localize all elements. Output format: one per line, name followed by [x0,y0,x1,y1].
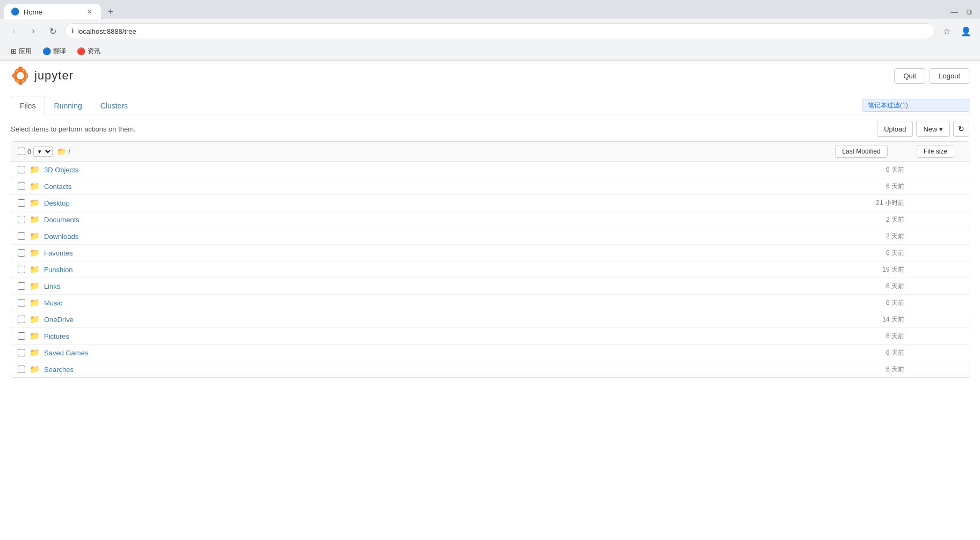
folder-icon: 📁 [30,198,40,208]
folder-icon: 📁 [30,265,40,274]
folder-icon: 📁 [30,181,40,191]
tab-close-button[interactable]: ✕ [85,7,95,17]
active-tab[interactable]: 🔵 Home ✕ [4,4,101,19]
action-row: Select items to perform actions on them.… [11,121,969,137]
file-modified: 6 天前 [818,365,904,374]
file-checkbox-5[interactable] [18,249,25,257]
header-dropdown[interactable]: ▾ [33,146,53,157]
file-modified: 14 天前 [818,315,904,324]
col-last-modified-header: Last Modified [818,145,904,158]
minimize-button[interactable]: — [948,5,961,18]
bookmarks-bar: ⊞ 应用 🔵 翻译 🔴 资讯 [0,43,980,60]
file-modified: 6 天前 [818,249,904,258]
file-modified: 6 天前 [818,298,904,308]
file-modified: 6 天前 [818,182,904,191]
address-bar: ‹ › ↻ ℹ localhost:8888/tree ☆ 👤 [0,19,980,43]
file-modified: 21 小时前 [818,199,904,208]
forward-button[interactable]: › [26,24,41,39]
folder-icon: 📁 [30,215,40,224]
file-checkbox-4[interactable] [18,232,25,240]
breadcrumb-folder-icon: 📁 [57,147,66,156]
new-button[interactable]: New ▾ [916,121,950,137]
folder-icon: 📁 [30,248,40,258]
new-tab-button[interactable]: + [103,4,118,19]
file-checkbox-6[interactable] [18,266,25,273]
file-name-link[interactable]: Favorites [44,249,814,257]
bookmark-translate[interactable]: 🔵 翻译 [38,45,70,58]
logout-button[interactable]: Logout [930,68,969,84]
file-modified: 6 天前 [818,282,904,291]
file-modified: 19 天前 [818,265,904,274]
file-name-link[interactable]: Documents [44,216,814,224]
file-name-link[interactable]: OneDrive [44,316,814,324]
file-modified: 6 天前 [818,348,904,357]
back-button[interactable]: ‹ [6,24,21,39]
refresh-button[interactable]: ↻ [953,121,969,137]
bookmark-news[interactable]: 🔴 资讯 [72,45,105,58]
file-name-link[interactable]: Links [44,282,814,290]
file-checkbox-9[interactable] [18,316,25,323]
file-name-link[interactable]: Pictures [44,332,814,340]
folder-icon: 📁 [30,281,40,291]
file-checkbox-11[interactable] [18,349,25,356]
restore-button[interactable]: ⧉ [963,5,976,18]
file-name-link[interactable]: Downloads [44,232,814,240]
translate-icon: 🔵 [42,47,51,55]
file-name-link[interactable]: Searches [44,366,814,374]
select-text: Select items to perform actions on them. [11,125,136,133]
file-name-link[interactable]: 3D Objects [44,166,814,174]
url-bar[interactable]: ℹ localhost:8888/tree [64,23,935,39]
folder-icon: 📁 [30,315,40,324]
profile-button[interactable]: 👤 [959,24,974,39]
file-name-link[interactable]: Music [44,299,814,307]
tab-favicon: 🔵 [11,8,19,16]
bookmark-apps[interactable]: ⊞ 应用 [6,45,36,58]
file-name-link[interactable]: Funshion [44,266,814,274]
table-row: 📁 OneDrive 14 天前 [11,311,969,328]
tab-running[interactable]: Running [45,97,91,114]
jupyter-logo-text: jupyter [34,69,74,83]
breadcrumb-path[interactable]: / [68,148,70,156]
table-row: 📁 Documents 2 天前 [11,211,969,228]
file-checkbox-3[interactable] [18,216,25,223]
file-name-link[interactable]: Saved Games [44,349,814,357]
tab-clusters[interactable]: Clusters [91,97,137,114]
file-rows-container: 📁 3D Objects 6 天前 📁 Contacts 6 天前 📁 Desk… [11,162,969,377]
sort-last-modified-button[interactable]: Last Modified [835,145,887,158]
file-checkbox-10[interactable] [18,332,25,340]
file-checkbox-8[interactable] [18,299,25,307]
file-checkbox-0[interactable] [18,166,25,173]
refresh-icon: ↻ [958,125,964,133]
folder-icon: 📁 [30,348,40,357]
table-row: 📁 Downloads 2 天前 [11,228,969,245]
sort-filesize-button[interactable]: File size [917,145,954,158]
file-modified: 2 天前 [818,232,904,241]
jupyter-logo: jupyter [11,66,74,85]
tab-files[interactable]: Files [11,97,45,114]
file-checkbox-7[interactable] [18,282,25,290]
reload-button[interactable]: ↻ [45,24,60,39]
tab-title: Home [24,8,42,16]
url-text: localhost:8888/tree [77,27,928,35]
jupyter-header-actions: Quit Logout [894,68,969,84]
browser-chrome: 🔵 Home ✕ + — ⧉ ‹ › ↻ ℹ localhost:8888/tr… [0,0,980,61]
file-checkbox-2[interactable] [18,199,25,207]
folder-icon: 📁 [30,298,40,308]
notebook-filter-input[interactable] [862,99,969,112]
file-table-header: 0 ▾ 📁 / Last Modified File size [11,142,969,162]
file-modified: 6 天前 [818,165,904,174]
col-filesize-header: File size [909,145,962,158]
jupyter-header: jupyter Quit Logout [0,61,980,91]
upload-button[interactable]: Upload [877,121,913,137]
bookmark-star-button[interactable]: ☆ [939,24,954,39]
table-row: 📁 Desktop 21 小时前 [11,195,969,211]
quit-button[interactable]: Quit [894,68,925,84]
file-name-link[interactable]: Contacts [44,183,814,191]
file-name-link[interactable]: Desktop [44,199,814,207]
file-checkbox-1[interactable] [18,183,25,190]
select-all-checkbox[interactable] [18,148,25,155]
folder-icon: 📁 [30,165,40,174]
file-checkbox-12[interactable] [18,366,25,373]
lock-icon: ℹ [71,27,74,35]
main-tabs: Files Running Clusters [11,97,137,114]
